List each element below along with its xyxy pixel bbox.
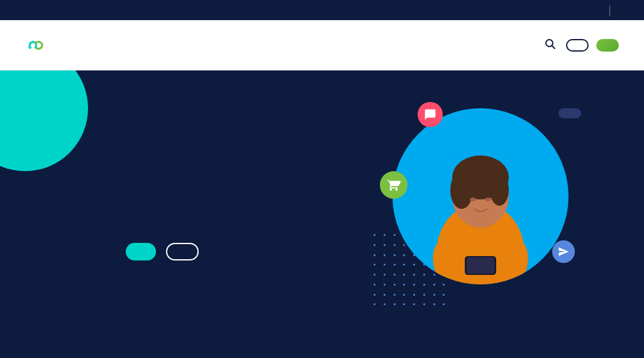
svg-point-6 xyxy=(450,171,473,209)
contact-us-button[interactable] xyxy=(126,243,156,260)
chat-icon xyxy=(418,102,443,127)
watch-video-button[interactable] xyxy=(166,243,199,260)
hero-title xyxy=(126,189,199,223)
svg-line-1 xyxy=(552,45,555,48)
svg-rect-13 xyxy=(467,257,494,274)
hero-circle-bg xyxy=(392,108,569,284)
search-icon[interactable] xyxy=(542,36,558,55)
top-bar: | xyxy=(0,0,644,20)
get-in-touch-button[interactable] xyxy=(596,39,619,52)
svg-point-8 xyxy=(470,198,476,201)
create-account-button[interactable] xyxy=(566,39,589,52)
svg-point-9 xyxy=(485,198,491,201)
hero-section: const dotsContainer = document.querySele… xyxy=(0,70,644,358)
chat-bubble xyxy=(558,108,581,118)
main-nav xyxy=(0,20,644,70)
woman-illustration xyxy=(392,108,569,284)
divider: | xyxy=(608,4,611,17)
send-icon xyxy=(552,240,575,263)
hero-buttons xyxy=(126,243,199,260)
cart-icon xyxy=(380,171,408,199)
nav-actions xyxy=(542,36,619,55)
hero-content xyxy=(0,168,199,260)
svg-point-7 xyxy=(490,174,509,206)
teal-blob-decoration xyxy=(0,70,88,171)
hero-visual: const dotsContainer = document.querySele… xyxy=(367,96,594,328)
logo[interactable] xyxy=(25,38,53,52)
logo-icon xyxy=(25,38,48,52)
